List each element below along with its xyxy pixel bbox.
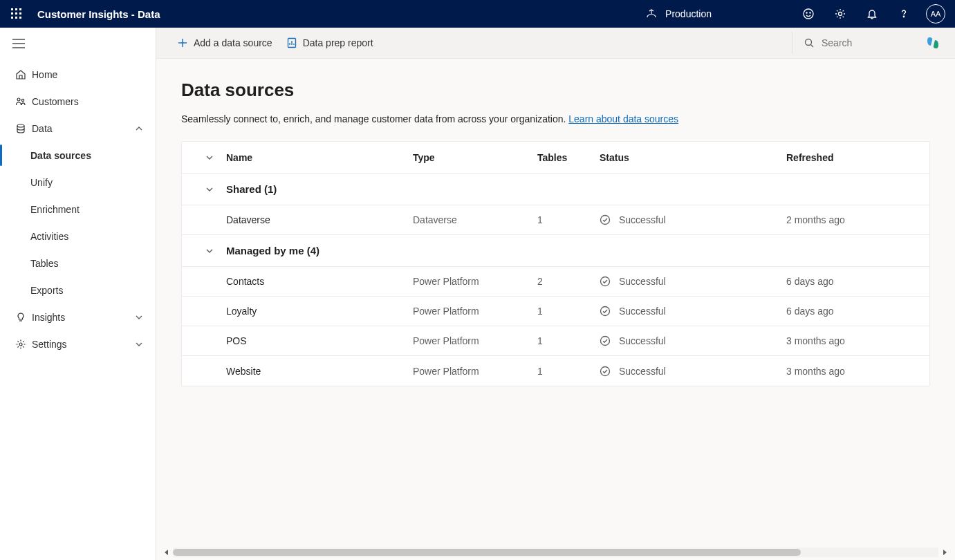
sidebar-item-data-sources[interactable]: Data sources [0,142,156,169]
app-launcher-button[interactable] [6,3,28,25]
scrollbar-track[interactable] [173,548,938,557]
sidebar-item-unify[interactable]: Unify [0,169,156,196]
svg-rect-0 [11,8,13,10]
svg-point-12 [839,12,842,16]
main-region: Add a data source Data prep report Data … [156,28,955,560]
global-header: Customer Insights - Data Production AA [0,0,955,28]
sidebar-item-label: Enrichment [30,204,80,215]
sidebar-item-tables[interactable]: Tables [0,250,156,277]
row-tables: 1 [537,306,600,317]
table-group-header[interactable]: Shared (1) [182,174,929,205]
column-header-name[interactable]: Name [226,152,413,163]
sidebar-item-data[interactable]: Data [0,115,156,142]
column-header-status-label: Status [600,152,629,163]
command-label: Data prep report [303,37,373,48]
page-description-text: Seamlessly connect to, enrich, and manag… [181,113,568,124]
row-tables: 1 [537,366,600,377]
scroll-left-button[interactable] [162,548,171,557]
column-header-type[interactable]: Type [413,152,537,163]
data-sources-table: Name Type Tables Status Refreshed Shared… [181,141,930,386]
svg-rect-2 [19,8,21,10]
row-tables: 2 [537,276,600,287]
table-group-header[interactable]: Managed by me (4) [182,235,929,267]
row-refreshed: 3 months ago [786,366,918,377]
page-description: Seamlessly connect to, enrich, and manag… [181,113,930,124]
row-type: Power Platform [413,276,537,287]
environment-picker[interactable]: Production [646,8,712,19]
settings-button[interactable] [826,0,854,28]
search-input[interactable] [822,37,905,48]
environment-icon [646,8,657,19]
row-name: Contacts [226,276,413,287]
column-header-tables[interactable]: Tables [537,152,600,163]
sidebar-item-exports[interactable]: Exports [0,277,156,304]
row-status: Successful [600,214,786,225]
group-title: Shared (1) [226,183,413,195]
page-title: Data sources [181,80,930,101]
account-button[interactable]: AA [922,0,949,28]
svg-point-10 [806,12,807,13]
feedback-button[interactable] [795,0,822,28]
svg-line-29 [811,45,814,48]
row-status-label: Successful [619,306,666,317]
notifications-button[interactable] [858,0,886,28]
row-status-label: Successful [619,366,666,377]
row-refreshed: 6 days ago [786,276,918,287]
copilot-icon [925,35,940,50]
app-title: Customer Insights - Data [37,8,160,20]
column-header-status[interactable]: Status [600,152,786,163]
row-name: Loyalty [226,306,413,317]
scrollbar-thumb[interactable] [173,549,801,556]
home-icon [12,69,29,80]
chevron-down-icon [205,185,214,194]
svg-point-31 [601,277,610,286]
report-icon [286,37,297,48]
svg-rect-7 [15,17,17,19]
copilot-button[interactable] [916,35,949,50]
search-box[interactable] [792,32,916,54]
hamburger-icon [12,39,25,48]
svg-point-30 [601,216,610,225]
sidebar-item-activities[interactable]: Activities [0,223,156,250]
table-row[interactable]: Loyalty Power Platform 1 Successful 6 da… [182,297,929,326]
gear-icon [834,8,846,20]
collapse-all-toggle[interactable] [193,153,226,162]
sidebar-item-insights[interactable]: Insights [0,304,156,330]
sidebar-item-enrichment[interactable]: Enrichment [0,196,156,223]
column-header-refreshed[interactable]: Refreshed [786,152,918,163]
sidebar: Home Customers Data Data sources Unify E… [0,28,156,560]
help-button[interactable] [890,0,918,28]
table-row[interactable]: Contacts Power Platform 2 Successful 6 d… [182,267,929,297]
svg-point-13 [903,16,904,17]
chevron-down-icon [135,313,143,321]
sidebar-item-customers[interactable]: Customers [0,88,156,115]
sidebar-item-home[interactable]: Home [0,61,156,88]
row-type: Power Platform [413,366,537,377]
group-toggle[interactable] [193,247,226,255]
add-data-source-button[interactable]: Add a data source [170,33,279,53]
group-toggle[interactable] [193,185,226,194]
sidebar-item-label: Activities [30,231,68,242]
success-icon [600,366,611,377]
svg-rect-3 [11,12,13,15]
table-row[interactable]: POS Power Platform 1 Successful 3 months… [182,326,929,356]
table-row[interactable]: Dataverse Dataverse 1 Successful 2 month… [182,205,929,235]
horizontal-scrollbar[interactable] [162,548,949,557]
learn-about-data-sources-link[interactable]: Learn about data sources [568,113,678,124]
sidebar-item-label: Data [32,123,53,134]
table-row[interactable]: Website Power Platform 1 Successful 3 mo… [182,356,929,386]
svg-rect-1 [15,8,17,10]
svg-point-21 [19,343,22,346]
svg-rect-8 [19,17,21,19]
scroll-right-button[interactable] [940,548,949,557]
sidebar-item-label: Tables [30,258,58,269]
data-prep-report-button[interactable]: Data prep report [279,33,380,53]
sidebar-item-settings[interactable]: Settings [0,330,156,357]
question-icon [898,8,910,20]
sidebar-item-label: Unify [30,177,53,188]
sidebar-item-label: Exports [30,285,63,296]
svg-point-17 [17,98,20,101]
sidebar-item-label: Settings [32,339,67,350]
sidebar-toggle[interactable] [0,33,156,54]
gear-icon [12,339,29,350]
